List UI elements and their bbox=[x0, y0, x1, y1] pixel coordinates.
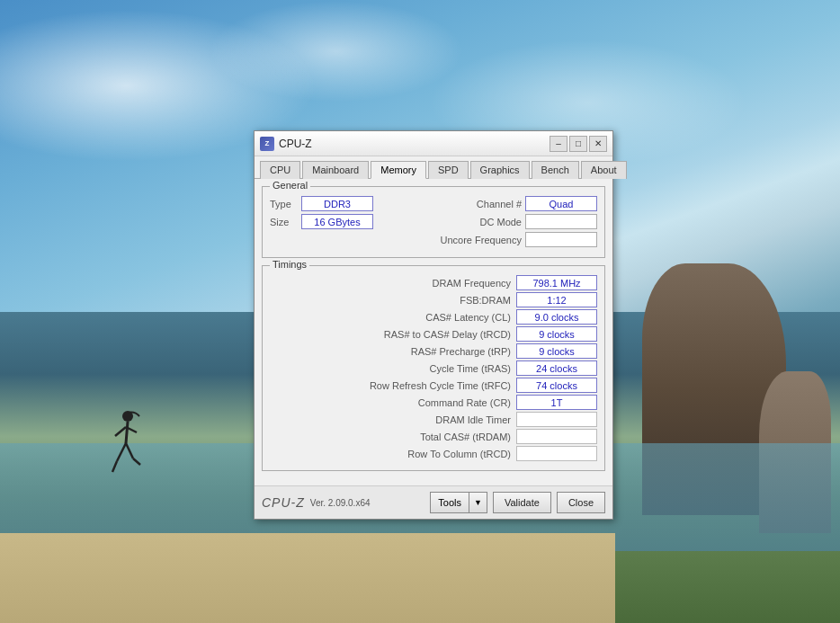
timing-value-3: 9 clocks bbox=[516, 326, 597, 342]
window-controls: – □ ✕ bbox=[550, 136, 607, 152]
timing-label-6: Row Refresh Cycle Time (tRFC) bbox=[270, 380, 511, 391]
timing-label-9: Total CAS# (tRDAM) bbox=[270, 432, 511, 442]
timing-value-7: 1T bbox=[516, 395, 597, 410]
timings-rows: DRAM Frequency 798.1 MHz FSB:DRAM 1:12 C… bbox=[270, 270, 597, 461]
timing-row-1: FSB:DRAM 1:12 bbox=[270, 292, 597, 307]
timing-label-3: RAS# to CAS# Delay (tRCD) bbox=[270, 329, 511, 340]
timing-value-4: 9 clocks bbox=[516, 343, 597, 359]
dcmode-row: DC Mode bbox=[437, 214, 597, 229]
uncore-row: Uncore Frequency bbox=[437, 232, 597, 247]
memory-content: General Type DDR3 Size 16 GBytes bbox=[255, 179, 612, 485]
app-icon: Z bbox=[260, 137, 274, 151]
tab-memory[interactable]: Memory bbox=[371, 161, 426, 179]
timing-row-4: RAS# Precharge (tRP) 9 clocks bbox=[270, 343, 597, 359]
uncore-value bbox=[525, 232, 597, 247]
maximize-button[interactable]: □ bbox=[569, 136, 587, 152]
bottom-bar: CPU-Z Ver. 2.09.0.x64 Tools ▼ Validate C… bbox=[255, 485, 612, 519]
timing-label-5: Cycle Time (tRAS) bbox=[270, 363, 511, 374]
version-text: Ver. 2.09.0.x64 bbox=[310, 498, 425, 508]
tab-graphics[interactable]: Graphics bbox=[470, 161, 530, 179]
svg-line-7 bbox=[133, 458, 140, 465]
timings-group: Timings DRAM Frequency 798.1 MHz FSB:DRA… bbox=[262, 265, 605, 471]
svg-line-4 bbox=[117, 443, 126, 461]
window-title: CPU-Z bbox=[279, 138, 312, 150]
cpuz-window: Z CPU-Z – □ ✕ CPU Mainboard Memory SPD G… bbox=[254, 130, 613, 520]
svg-line-1 bbox=[126, 422, 128, 443]
tools-button[interactable]: Tools bbox=[430, 492, 469, 513]
type-row: Type DDR3 bbox=[270, 196, 430, 211]
general-group: General Type DDR3 Size 16 GBytes bbox=[262, 186, 605, 258]
timing-row-5: Cycle Time (tRAS) 24 clocks bbox=[270, 360, 597, 376]
timing-label-0: DRAM Frequency bbox=[270, 278, 511, 289]
tab-bench[interactable]: Bench bbox=[532, 161, 579, 179]
type-label: Type bbox=[270, 199, 301, 209]
tab-cpu[interactable]: CPU bbox=[260, 161, 300, 179]
timing-label-10: Row To Column (tRCD) bbox=[270, 449, 511, 459]
close-button[interactable]: Close bbox=[557, 492, 605, 513]
timing-value-2: 9.0 clocks bbox=[516, 309, 597, 325]
tab-mainboard[interactable]: Mainboard bbox=[302, 161, 369, 179]
general-grid: Type DDR3 Size 16 GBytes Channel # Quad bbox=[270, 191, 597, 250]
type-value: DDR3 bbox=[301, 196, 373, 211]
title-bar: Z CPU-Z – □ ✕ bbox=[255, 131, 612, 156]
dcmode-label: DC Mode bbox=[437, 217, 522, 227]
tools-button-group: Tools ▼ bbox=[430, 492, 487, 513]
sand bbox=[0, 533, 615, 623]
channel-row: Channel # Quad bbox=[437, 196, 597, 211]
timing-row-10: Row To Column (tRCD) bbox=[270, 446, 597, 461]
timing-value-6: 74 clocks bbox=[516, 378, 597, 393]
timing-label-1: FSB:DRAM bbox=[270, 295, 511, 306]
timing-row-2: CAS# Latency (CL) 9.0 clocks bbox=[270, 309, 597, 325]
tab-about[interactable]: About bbox=[581, 161, 627, 179]
validate-button[interactable]: Validate bbox=[493, 492, 551, 513]
timings-group-label: Timings bbox=[270, 259, 309, 270]
minimize-button[interactable]: – bbox=[550, 136, 567, 152]
timing-label-7: Command Rate (CR) bbox=[270, 397, 511, 408]
svg-line-2 bbox=[115, 427, 126, 436]
timing-label-2: CAS# Latency (CL) bbox=[270, 312, 511, 323]
channel-label: Channel # bbox=[437, 199, 522, 209]
general-left: Type DDR3 Size 16 GBytes bbox=[270, 196, 430, 250]
timing-value-8 bbox=[516, 412, 597, 427]
dcmode-value bbox=[525, 214, 597, 229]
general-group-label: General bbox=[270, 180, 310, 191]
timing-value-1: 1:12 bbox=[516, 292, 597, 307]
timing-label-4: RAS# Precharge (tRP) bbox=[270, 346, 511, 357]
timing-row-7: Command Rate (CR) 1T bbox=[270, 395, 597, 410]
timing-row-9: Total CAS# (tRDAM) bbox=[270, 429, 597, 444]
general-right: Channel # Quad DC Mode Uncore Frequency bbox=[437, 196, 597, 250]
timing-value-9 bbox=[516, 429, 597, 444]
svg-line-6 bbox=[126, 443, 133, 458]
tab-bar: CPU Mainboard Memory SPD Graphics Bench … bbox=[255, 156, 612, 179]
title-bar-left: Z CPU-Z bbox=[260, 137, 312, 151]
brand-text: CPU-Z bbox=[262, 495, 305, 510]
tab-spd[interactable]: SPD bbox=[428, 161, 469, 179]
timing-row-0: DRAM Frequency 798.1 MHz bbox=[270, 275, 597, 290]
timing-row-6: Row Refresh Cycle Time (tRFC) 74 clocks bbox=[270, 378, 597, 393]
timing-value-5: 24 clocks bbox=[516, 360, 597, 376]
uncore-label: Uncore Frequency bbox=[437, 235, 522, 245]
tools-dropdown-arrow[interactable]: ▼ bbox=[469, 492, 487, 513]
size-label: Size bbox=[270, 217, 301, 227]
timing-row-8: DRAM Idle Timer bbox=[270, 412, 597, 427]
person-silhouette bbox=[108, 409, 144, 490]
timing-value-10 bbox=[516, 446, 597, 461]
timing-value-0: 798.1 MHz bbox=[516, 275, 597, 290]
svg-line-5 bbox=[112, 461, 117, 472]
channel-value: Quad bbox=[525, 196, 597, 211]
size-row: Size 16 GBytes bbox=[270, 214, 430, 229]
timing-row-3: RAS# to CAS# Delay (tRCD) 9 clocks bbox=[270, 326, 597, 342]
size-value: 16 GBytes bbox=[301, 214, 373, 229]
timing-label-8: DRAM Idle Timer bbox=[270, 414, 511, 425]
window-close-button[interactable]: ✕ bbox=[589, 136, 607, 152]
